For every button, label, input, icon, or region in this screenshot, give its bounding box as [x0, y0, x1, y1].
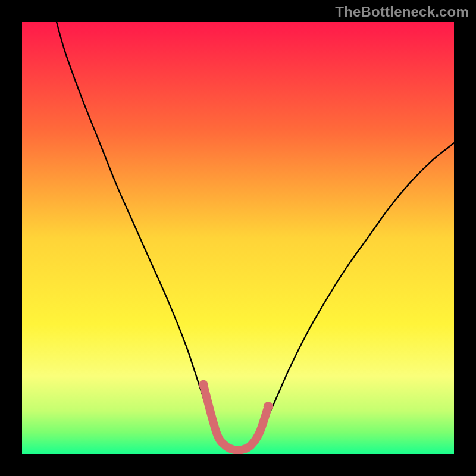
plot-area	[22, 22, 454, 454]
watermark-text: TheBottleneck.com	[335, 4, 469, 20]
highlight-dot	[199, 380, 208, 390]
bottleneck-curve-path	[57, 22, 454, 450]
curve-layer	[22, 22, 454, 454]
bottleneck-highlight-path	[203, 385, 268, 450]
highlight-dot	[264, 402, 273, 411]
chart-frame: TheBottleneck.com	[0, 0, 476, 476]
